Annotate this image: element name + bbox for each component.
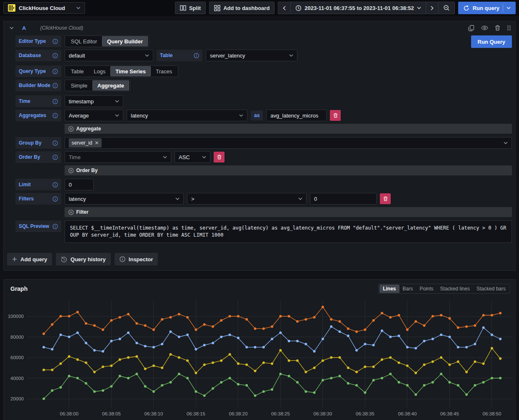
plus-icon	[12, 257, 17, 262]
database-select[interactable]: default	[65, 50, 153, 61]
panel-run-query-button[interactable]: Run Query	[471, 35, 512, 48]
as-chip: as	[251, 110, 263, 120]
chevron-down-icon	[504, 142, 508, 144]
table-label: Table	[157, 50, 202, 61]
time-range-picker[interactable]: 2023-11-01 06:37:55 to 2023-11-01 06:38:…	[290, 2, 425, 14]
collapse-chevron-icon[interactable]	[10, 27, 14, 29]
clock-icon	[295, 5, 302, 11]
info-icon[interactable]	[52, 99, 58, 104]
svg-text:20000: 20000	[10, 396, 24, 401]
mode-bars[interactable]: Bars	[399, 285, 417, 293]
time-range-back-button[interactable]	[278, 2, 290, 14]
remove-tag-icon[interactable]: ✕	[95, 140, 99, 146]
drag-handle-icon[interactable]	[507, 25, 511, 31]
order-by-field-select[interactable]: Time	[65, 151, 171, 163]
chevron-down-icon[interactable]	[507, 7, 511, 9]
info-icon[interactable]	[52, 83, 58, 88]
info-circle-icon	[120, 256, 125, 262]
add-query-button[interactable]: Add query	[7, 253, 52, 265]
table-select[interactable]: server_latency	[206, 50, 297, 61]
info-icon[interactable]	[52, 39, 58, 44]
filter-value-input[interactable]	[310, 193, 377, 205]
graph-panel: Graph Lines Bars Points Stacked lines St…	[3, 279, 516, 420]
mode-lines[interactable]: Lines	[379, 285, 399, 293]
svg-text:06:38:05: 06:38:05	[102, 411, 121, 416]
aggregate-column-select[interactable]: latency	[127, 110, 247, 121]
info-icon[interactable]	[52, 69, 58, 74]
info-icon[interactable]	[52, 155, 58, 160]
info-icon[interactable]	[52, 53, 58, 58]
remove-order-by-button[interactable]	[214, 152, 225, 162]
graph-chart-area[interactable]: 2000040000600008000010000006:38:0006:38:…	[7, 296, 512, 420]
hide-query-eye-icon[interactable]	[481, 25, 488, 30]
add-aggregate-button[interactable]: Aggregate	[65, 124, 512, 134]
limit-value[interactable]	[69, 182, 90, 188]
chevron-down-icon	[163, 156, 167, 158]
inspector-button[interactable]: Inspector	[115, 253, 158, 265]
mode-stacked-lines[interactable]: Stacked lines	[437, 285, 473, 293]
time-column-select[interactable]: timestamp	[65, 95, 123, 107]
clickhouse-logo-icon	[8, 4, 15, 12]
query-type-logs[interactable]: Logs	[89, 66, 110, 76]
filter-column-select[interactable]: latency	[65, 193, 184, 205]
remove-filter-button[interactable]	[380, 193, 391, 204]
builder-mode-aggregate[interactable]: Aggregate	[92, 80, 129, 90]
order-by-direction-select[interactable]: ASC	[175, 151, 210, 163]
add-filter-button[interactable]: Filter	[65, 207, 512, 217]
info-icon[interactable]	[52, 140, 58, 146]
group-by-tag[interactable]: server_id ✕	[69, 138, 102, 148]
datasource-picker[interactable]: ClickHouse Cloud	[3, 2, 85, 14]
time-picker-group: 2023-11-01 06:37:55 to 2023-11-01 06:38:…	[278, 2, 454, 14]
filter-value[interactable]	[314, 196, 372, 202]
builder-mode-simple[interactable]: Simple	[66, 80, 92, 90]
delete-query-icon[interactable]	[495, 25, 500, 31]
limit-input[interactable]	[65, 179, 94, 190]
sql-preview-label: SQL Preview	[15, 220, 61, 232]
mode-stacked-bars[interactable]: Stacked bars	[473, 285, 509, 293]
chevron-down-icon	[202, 156, 206, 158]
editor-type-label: Editor Type	[15, 35, 61, 47]
plus-circle-icon	[68, 210, 74, 215]
info-icon[interactable]	[194, 53, 199, 58]
group-by-multiselect[interactable]: server_id ✕	[65, 137, 512, 149]
info-icon[interactable]	[52, 196, 58, 202]
query-type-label: Query Type	[15, 65, 61, 77]
query-datasource-hint: (ClickHouse Cloud)	[40, 25, 83, 31]
info-icon[interactable]	[52, 224, 58, 229]
graph-mode-toggle: Lines Bars Points Stacked lines Stacked …	[378, 284, 510, 294]
history-icon	[61, 256, 67, 262]
aggregate-alias-value[interactable]	[270, 112, 322, 119]
filter-operator-select[interactable]: >	[187, 193, 307, 205]
info-icon[interactable]	[52, 113, 58, 118]
svg-text:06:38:15: 06:38:15	[187, 411, 205, 416]
add-order-by-button[interactable]: Order By	[65, 165, 512, 175]
sql-preview-code: SELECT $__timeInterval(timestamp) as tim…	[65, 220, 512, 243]
query-type-time-series[interactable]: Time Series	[110, 66, 151, 76]
group-by-label: Group By	[15, 137, 61, 149]
aggregate-alias-input[interactable]	[266, 110, 327, 121]
mode-points[interactable]: Points	[416, 285, 437, 293]
query-history-button[interactable]: Query history	[56, 253, 111, 265]
svg-text:06:38:40: 06:38:40	[398, 411, 417, 416]
add-to-dashboard-button[interactable]: Add to dashboard	[209, 2, 274, 14]
button-divider	[503, 4, 503, 12]
info-icon[interactable]	[52, 182, 58, 188]
time-range-forward-button[interactable]	[426, 2, 438, 14]
chevron-down-icon	[115, 100, 119, 102]
query-ref-id[interactable]: A	[22, 25, 26, 31]
builder-mode-label: Builder Mode	[15, 80, 61, 91]
chevron-down-icon	[76, 7, 80, 9]
editor-type-sql-editor[interactable]: SQL Editor	[66, 36, 102, 46]
aggregates-label: Aggregates	[15, 110, 61, 121]
editor-type-query-builder[interactable]: Query Builder	[102, 36, 148, 46]
query-type-traces[interactable]: Traces	[151, 66, 177, 76]
svg-text:06:38:35: 06:38:35	[356, 411, 374, 416]
aggregate-function-select[interactable]: Average	[65, 110, 123, 121]
svg-text:06:38:25: 06:38:25	[271, 411, 290, 416]
query-type-table[interactable]: Table	[66, 66, 89, 76]
run-query-button[interactable]: Run query	[458, 2, 516, 14]
duplicate-query-icon[interactable]	[468, 25, 474, 31]
zoom-out-time-button[interactable]	[438, 2, 455, 14]
remove-aggregate-button[interactable]	[330, 110, 341, 121]
split-button[interactable]: Split	[175, 2, 206, 14]
